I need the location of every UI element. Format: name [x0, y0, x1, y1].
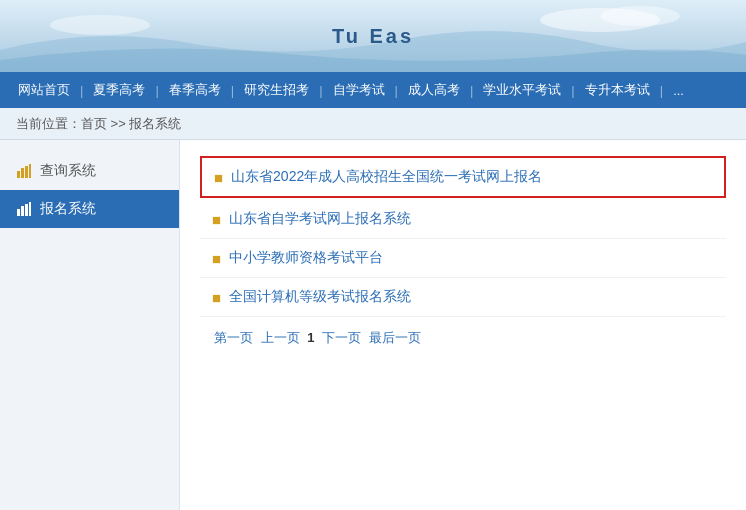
pagination-prev[interactable]: 上一页 [261, 330, 300, 345]
content-area: ■ 山东省2022年成人高校招生全国统一考试网上报名 ■ 山东省自学考试网上报名… [180, 140, 746, 510]
svg-rect-4 [17, 171, 20, 178]
svg-point-3 [50, 15, 150, 35]
breadcrumb-text: 当前位置：首页 >> 报名系统 [16, 115, 181, 133]
item-text-3: 中小学教师资格考试平台 [229, 249, 383, 267]
svg-rect-10 [25, 204, 28, 216]
list-item-2[interactable]: ■ 山东省自学考试网上报名系统 [200, 200, 726, 239]
header-logo: Tu Eas [332, 25, 414, 48]
item-icon-3: ■ [212, 250, 221, 267]
svg-rect-9 [21, 206, 24, 216]
list-item-1[interactable]: ■ 山东省2022年成人高校招生全国统一考试网上报名 [200, 156, 726, 198]
pagination: 第一页 上一页 1 下一页 最后一页 [200, 317, 726, 359]
list-item-4[interactable]: ■ 全国计算机等级考试报名系统 [200, 278, 726, 317]
svg-rect-7 [29, 164, 31, 178]
sidebar-query-label: 查询系统 [40, 162, 96, 180]
nav-self-study[interactable]: 自学考试 [323, 72, 395, 108]
list-item-3[interactable]: ■ 中小学教师资格考试平台 [200, 239, 726, 278]
pagination-first[interactable]: 第一页 [214, 330, 253, 345]
register-icon [16, 201, 32, 217]
sidebar-register-label: 报名系统 [40, 200, 96, 218]
nav-home[interactable]: 网站首页 [8, 72, 80, 108]
item-icon-2: ■ [212, 211, 221, 228]
nav-upgrade[interactable]: 专升本考试 [575, 72, 660, 108]
nav-adult-gaokao[interactable]: 成人高考 [398, 72, 470, 108]
svg-rect-8 [17, 209, 20, 216]
item-text-1: 山东省2022年成人高校招生全国统一考试网上报名 [231, 168, 542, 186]
svg-rect-5 [21, 168, 24, 178]
item-icon-1: ■ [214, 169, 223, 186]
item-text-4: 全国计算机等级考试报名系统 [229, 288, 411, 306]
nav-postgrad[interactable]: 研究生招考 [234, 72, 319, 108]
nav-academic-level[interactable]: 学业水平考试 [473, 72, 571, 108]
item-icon-4: ■ [212, 289, 221, 306]
breadcrumb: 当前位置：首页 >> 报名系统 [0, 108, 746, 140]
nav-summer-gaokao[interactable]: 夏季高考 [83, 72, 155, 108]
svg-point-2 [600, 6, 680, 26]
pagination-next[interactable]: 下一页 [322, 330, 361, 345]
svg-rect-11 [29, 202, 31, 216]
sidebar: 查询系统 报名系统 [0, 140, 180, 510]
pagination-last[interactable]: 最后一页 [369, 330, 421, 345]
nav-spring-gaokao[interactable]: 春季高考 [159, 72, 231, 108]
header-banner: Tu Eas [0, 0, 746, 72]
main-area: 查询系统 报名系统 ■ 山东省2022年成人高校招生全国统一考试网上报名 ■ 山… [0, 140, 746, 510]
svg-rect-6 [25, 166, 28, 178]
nav-more[interactable]: ... [663, 72, 694, 108]
item-text-2: 山东省自学考试网上报名系统 [229, 210, 411, 228]
pagination-current: 1 [307, 330, 314, 345]
sidebar-item-query[interactable]: 查询系统 [0, 152, 179, 190]
sidebar-item-register[interactable]: 报名系统 [0, 190, 179, 228]
query-icon [16, 163, 32, 179]
navbar: 网站首页 | 夏季高考 | 春季高考 | 研究生招考 | 自学考试 | 成人高考… [0, 72, 746, 108]
site-title: Tu Eas [332, 25, 414, 47]
